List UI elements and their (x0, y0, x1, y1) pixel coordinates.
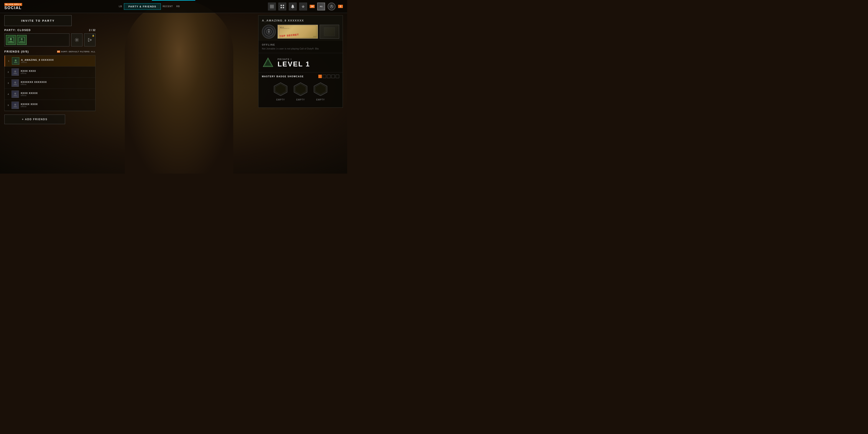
svg-rect-5 (281, 7, 282, 8)
rt-icon: RT (57, 51, 60, 53)
mastery-header: MASTERY BADGE SHOWCASE (262, 75, 339, 78)
tab-recent[interactable]: RECENT (161, 5, 175, 8)
friends-sort-button[interactable]: RT SORT: DEFAULT FILTERS: ALL (57, 51, 95, 53)
friends-header: FRIENDS (0/5) RT SORT: DEFAULT FILTERS: … (4, 50, 95, 53)
mastery-dot-3 (327, 75, 331, 78)
svg-point-18 (14, 70, 16, 72)
filter-label: FILTERS: ALL (80, 51, 96, 53)
friend-rank-5: 5 (7, 104, 10, 106)
top-navigation: BLACK OPS 6 SOCIAL LB PARTY & FRIENDS RE… (0, 0, 347, 13)
hexagon-badge-1 (272, 82, 289, 97)
mastery-dot-4 (331, 75, 335, 78)
party-avatar-1-icon (8, 37, 14, 43)
party-avatar-2 (17, 35, 27, 45)
level-number: LEVEL 1 (278, 61, 310, 67)
tab-party-friends[interactable]: PARTY & FRIENDS (124, 3, 161, 10)
svg-rect-7 (292, 8, 293, 8)
notification-count: 14 (310, 5, 315, 8)
lock-icon: 🔒 (92, 34, 94, 37)
friends-list: 1 a_AMAZING_8 xxxxxxx offline 2 XXXX XXX… (4, 55, 95, 111)
character-figure (125, 0, 233, 174)
player-rank-button[interactable]: RS (317, 3, 325, 10)
svg-rect-4 (283, 5, 284, 6)
nav-tabs: LB PARTY & FRIENDS RECENT RB (31, 3, 268, 10)
mastery-section: MASTERY BADGE SHOWCASE Empty (258, 72, 343, 103)
mastery-dot-5 (336, 75, 339, 78)
friend-avatar-4 (11, 91, 19, 98)
menu-button[interactable] (268, 3, 276, 10)
friend-info-2: XXXX XXXX offline (21, 70, 93, 74)
calling-card-1: MIA Presumed A... TOP SECRET B06 (278, 25, 318, 39)
card-code: B06 (313, 36, 316, 37)
svg-point-19 (14, 82, 16, 83)
rb-button[interactable]: RB (175, 5, 182, 8)
party-count: 2 / 32 (89, 29, 95, 32)
friend-item-3[interactable]: 3 xxxxxxx xxxxxxx offline (5, 78, 95, 89)
party-avatar-1 (6, 35, 16, 45)
party-settings-button[interactable] (71, 33, 83, 46)
friend-info-3: xxxxxxx xxxxxxx offline (21, 81, 93, 86)
profile-status: OFFLINE Not Joinable | s user is not pla… (258, 41, 343, 53)
friend-name-3: xxxxxxx xxxxxxx (21, 81, 93, 83)
friend-status-3: offline (21, 83, 93, 86)
friend-rank-3: 3 (7, 82, 10, 84)
party-members-area (4, 33, 69, 46)
nav-right-actions: 14 RS 2 (268, 3, 347, 10)
active-tab-indicator (152, 0, 195, 1)
friend-item-4[interactable]: 4 XXXX XXXXX offline (5, 89, 95, 100)
card-label-presumed: Presumed A... (280, 28, 291, 29)
svg-rect-3 (281, 5, 282, 6)
badge-label-2: Empty (296, 98, 305, 101)
party-status-label: PARTY: CLOSED (4, 29, 31, 32)
profile-emblems: MIA Presumed A... TOP SECRET B06 (262, 25, 339, 39)
level-badge (262, 57, 274, 69)
notification-button[interactable] (289, 3, 297, 10)
player-emblem (262, 25, 276, 39)
friend-avatar-3 (11, 80, 19, 87)
friend-item-2[interactable]: 2 XXXX XXXX offline (5, 67, 95, 78)
friend-item-1[interactable]: 1 a_AMAZING_8 xxxxxxx offline (5, 56, 95, 67)
status-description: Not Joinable | s user is not playing Cal… (262, 47, 339, 50)
calling-card-2 (320, 25, 339, 39)
friend-name-1: a_AMAZING_8 xxxxxxx (21, 59, 93, 61)
friend-status-1: offline (21, 61, 93, 63)
mastery-dot-1 (318, 75, 322, 78)
invite-to-party-button[interactable]: INVITE TO PARTY (4, 15, 72, 26)
friend-status-5: offline (21, 105, 93, 107)
svg-point-15 (21, 38, 23, 40)
svg-rect-2 (270, 8, 274, 8)
rank-icon[interactable] (299, 3, 307, 10)
grid-view-button[interactable] (278, 3, 286, 10)
friend-status-4: offline (21, 94, 93, 97)
player-circle-button[interactable] (328, 3, 336, 10)
game-title: BLACK OPS 6 (4, 3, 22, 6)
profile-username: a_AMAZING_8 xxxxxxx (262, 19, 339, 22)
friend-avatar-1 (12, 57, 19, 65)
player-count: 2 (338, 5, 343, 8)
party-slots: 🔒 (4, 33, 95, 46)
friend-avatar-2 (11, 68, 19, 76)
svg-rect-0 (270, 5, 274, 5)
level-section: PRIVATE I LEVEL 1 (258, 53, 343, 72)
svg-point-21 (14, 104, 16, 105)
friend-info-4: XXXX XXXXX offline (21, 92, 93, 97)
svg-point-17 (15, 59, 17, 61)
hexagon-badge-2 (292, 82, 309, 97)
level-info: PRIVATE I LEVEL 1 (278, 58, 310, 67)
friend-item-5[interactable]: 5 XXXXX XXXX offline (5, 100, 95, 111)
friends-label: FRIENDS (0/5) (4, 50, 29, 53)
sort-label: SORT: DEFAULT (61, 51, 79, 53)
brand-logo: BLACK OPS 6 SOCIAL (0, 3, 27, 10)
gear-icon (74, 37, 79, 42)
friend-status-2: offline (21, 72, 93, 74)
friend-name-4: XXXX XXXXX (21, 92, 93, 94)
svg-point-24 (268, 31, 270, 33)
lb-button[interactable]: LB (117, 5, 124, 8)
status-label: OFFLINE (262, 43, 339, 46)
add-friends-button[interactable]: + ADD FRIENDS (4, 115, 65, 124)
card-2-icon (324, 27, 335, 36)
friend-name-5: XXXXX XXXX (21, 103, 93, 105)
badge-slot-1: Empty (272, 82, 289, 101)
svg-point-12 (10, 38, 12, 40)
party-leave-button[interactable]: 🔒 (84, 33, 95, 46)
